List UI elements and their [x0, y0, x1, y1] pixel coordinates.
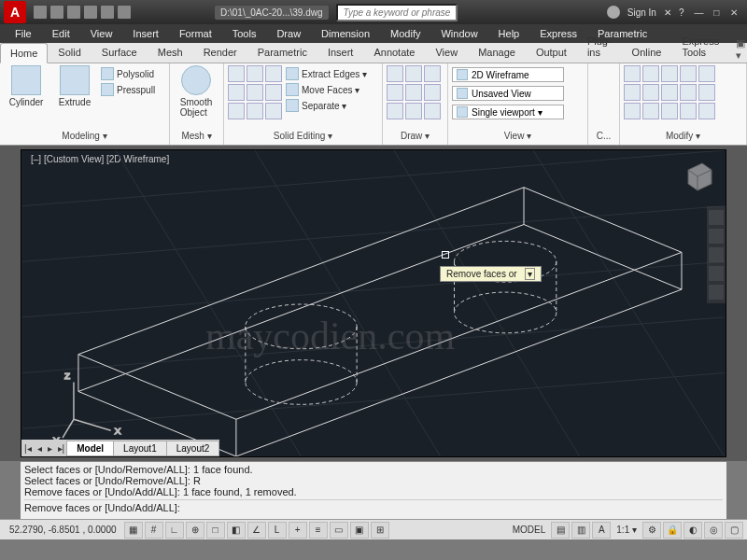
quickview-layouts-icon[interactable]: ▤	[551, 522, 570, 539]
mirror-icon[interactable]	[624, 84, 641, 101]
panel-modify-title[interactable]: Modify ▾	[624, 129, 742, 143]
tab-solid[interactable]: Solid	[48, 42, 91, 63]
lwt-toggle[interactable]: ≡	[309, 522, 328, 539]
ellipse-icon[interactable]	[387, 103, 403, 119]
menu-tools[interactable]: Tools	[223, 26, 266, 41]
tab-plugins[interactable]: Plug-ins	[577, 31, 622, 63]
tpy-toggle[interactable]: ▭	[330, 522, 348, 539]
osnap-toggle[interactable]: □	[206, 522, 225, 539]
visual-style-combo[interactable]: 2D Wireframe	[452, 67, 564, 82]
orbit-icon[interactable]	[709, 266, 724, 281]
presspull-button[interactable]: Presspull	[101, 83, 155, 96]
quickview-drawings-icon[interactable]: ▥	[571, 522, 590, 539]
break-icon[interactable]	[698, 103, 715, 119]
move-icon[interactable]	[624, 65, 641, 82]
drawing-viewport[interactable]: [–] [Custom View] [2D Wireframe]	[21, 149, 726, 457]
annotation-scale-icon[interactable]: A	[592, 522, 611, 539]
drawing-canvas[interactable]: X Y Z	[21, 150, 726, 456]
search-input[interactable]	[336, 4, 458, 21]
grid-toggle[interactable]: #	[145, 522, 163, 539]
menu-view[interactable]: View	[81, 26, 122, 41]
offset-edge-icon[interactable]	[265, 103, 282, 119]
view-cube[interactable]	[679, 156, 716, 193]
rectangle-icon[interactable]	[405, 84, 422, 101]
exchange-icon[interactable]: ✕	[664, 7, 671, 18]
polar-toggle[interactable]: ⊕	[186, 522, 204, 539]
menu-draw[interactable]: Draw	[267, 26, 310, 41]
otrack-toggle[interactable]: ∠	[247, 522, 266, 539]
menu-help[interactable]: Help	[489, 26, 529, 41]
user-icon[interactable]	[607, 6, 620, 19]
menu-window[interactable]: Window	[431, 26, 486, 41]
subtract-icon[interactable]	[247, 65, 263, 82]
polysolid-button[interactable]: Polysolid	[101, 67, 155, 80]
zoom-icon[interactable]	[709, 247, 724, 262]
cylinder-button[interactable]: Cylinder	[4, 65, 49, 107]
command-line[interactable]: Select faces or [Undo/Remove/ALL]: 1 fac…	[21, 461, 726, 519]
fillet-icon[interactable]	[642, 84, 659, 101]
stretch-icon[interactable]	[680, 84, 697, 101]
ribbon-collapse-icon[interactable]: ▣ ▾	[729, 36, 747, 63]
panel-solid-editing-title[interactable]: Solid Editing ▾	[228, 129, 378, 143]
tab-next-icon[interactable]: ▸	[45, 443, 55, 454]
tab-home[interactable]: Home	[0, 43, 48, 63]
taper-icon[interactable]	[247, 103, 263, 119]
smooth-object-button[interactable]: Smooth Object	[174, 65, 218, 118]
menu-dimension[interactable]: Dimension	[312, 26, 379, 41]
polyline-icon[interactable]	[405, 65, 422, 82]
spline-icon[interactable]	[424, 84, 441, 101]
arc-icon[interactable]	[424, 65, 441, 82]
app-logo[interactable]: A	[4, 1, 26, 23]
steering-wheel-icon[interactable]	[709, 210, 724, 225]
help-icon[interactable]: ?	[679, 7, 684, 18]
hardware-accel-icon[interactable]: ◐	[684, 522, 702, 539]
qat-new-icon[interactable]	[34, 6, 47, 19]
model-space-button[interactable]: MODEL	[509, 525, 550, 535]
workspace-switch-icon[interactable]: ⚙	[642, 522, 661, 539]
intersect-icon[interactable]	[265, 65, 282, 82]
pan-icon[interactable]	[709, 229, 724, 244]
tab-parametric[interactable]: Parametric	[247, 42, 317, 63]
showmotion-icon[interactable]	[709, 285, 724, 300]
maximize-button[interactable]: □	[709, 7, 724, 18]
imprint-icon[interactable]	[265, 84, 282, 101]
isolate-objects-icon[interactable]: ◎	[704, 522, 723, 539]
tab-layout2[interactable]: Layout2	[166, 441, 220, 456]
menu-modify[interactable]: Modify	[381, 26, 430, 41]
tab-online[interactable]: Online	[622, 42, 672, 63]
ducs-toggle[interactable]: L	[268, 522, 287, 539]
panel-modeling-title[interactable]: Modeling ▾	[4, 129, 165, 143]
tab-layout1[interactable]: Layout1	[113, 441, 167, 456]
panel-mesh-title[interactable]: Mesh ▾	[174, 129, 219, 143]
explode-icon[interactable]	[661, 84, 678, 101]
shell-icon[interactable]	[228, 103, 245, 119]
qat-undo-icon[interactable]	[84, 6, 97, 19]
qat-print-icon[interactable]	[118, 6, 131, 19]
tab-prev-icon[interactable]: ◂	[35, 443, 45, 454]
viewport-combo[interactable]: Single viewport ▾	[452, 105, 564, 119]
3dosnap-toggle[interactable]: ◧	[227, 522, 246, 539]
qat-redo-icon[interactable]	[101, 6, 114, 19]
sign-in-button[interactable]: Sign In	[627, 7, 656, 18]
slice-icon[interactable]	[228, 84, 245, 101]
sc-toggle[interactable]: ⊞	[371, 522, 389, 539]
tab-view[interactable]: View	[425, 42, 468, 63]
minimize-button[interactable]: —	[691, 7, 706, 18]
rotate-icon[interactable]	[642, 65, 659, 82]
ortho-toggle[interactable]: ∟	[165, 522, 184, 539]
union-icon[interactable]	[228, 65, 245, 82]
join-icon[interactable]	[680, 103, 697, 119]
panel-view-title[interactable]: View ▾	[452, 129, 584, 143]
separate-button[interactable]: Separate ▾	[286, 99, 367, 112]
offset-icon[interactable]	[642, 103, 659, 119]
tab-render[interactable]: Render	[193, 42, 247, 63]
align-icon[interactable]	[661, 103, 678, 119]
extrude-button[interactable]: Extrude	[52, 65, 97, 107]
array-icon[interactable]	[624, 103, 641, 119]
tab-output[interactable]: Output	[526, 42, 577, 63]
tab-annotate[interactable]: Annotate	[363, 42, 425, 63]
menu-insert[interactable]: Insert	[123, 26, 168, 41]
view-combo[interactable]: Unsaved View	[452, 86, 564, 101]
lock-ui-icon[interactable]: 🔒	[663, 522, 682, 539]
menu-format[interactable]: Format	[170, 26, 221, 41]
